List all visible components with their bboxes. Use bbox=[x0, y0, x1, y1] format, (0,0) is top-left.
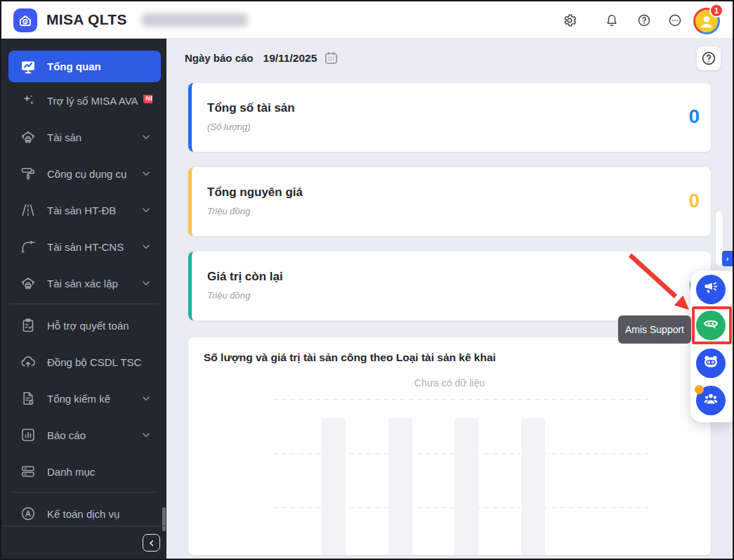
kpi-card-original-cost: Tổng nguyên giá Triệu đồng 0 bbox=[188, 167, 711, 236]
chevron-right-icon[interactable]: › bbox=[722, 251, 733, 266]
content-help-button[interactable] bbox=[697, 46, 721, 70]
people-group-icon bbox=[702, 391, 719, 410]
sidebar-item-label: Công cụ dụng cụ bbox=[47, 168, 140, 180]
support-float-panel bbox=[690, 271, 733, 422]
kpi-subtitle: Triệu đồng bbox=[207, 290, 700, 301]
sidebar-item-label: Tài sản xác lập bbox=[47, 278, 140, 289]
sidebar-collapse-button[interactable] bbox=[143, 534, 160, 552]
megaphone-icon bbox=[702, 280, 719, 299]
report-date-label: Ngày báo cáo bbox=[185, 52, 254, 64]
sidebar-item-label: Đồng bộ CSDL TSC bbox=[47, 356, 152, 368]
sidebar-item-label: Tài sản HT-ĐB bbox=[47, 204, 140, 216]
chart-placeholder-bar bbox=[322, 418, 346, 555]
sidebar-item-tong-kiem-ke[interactable]: Tổng kiểm kê bbox=[1, 380, 166, 417]
sidebar-divider bbox=[10, 304, 158, 304]
chart-title: Số lượng và giá trị tài sản công theo Lo… bbox=[204, 351, 496, 364]
sidebar-item-dong-bo-csdl-tsc[interactable]: Đồng bộ CSDL TSC bbox=[1, 344, 166, 380]
circle-a-icon bbox=[20, 505, 37, 522]
road-icon bbox=[20, 202, 37, 219]
chevron-down-icon bbox=[140, 429, 152, 441]
user-avatar[interactable]: 1 bbox=[693, 8, 720, 34]
sidebar-item-tai-san[interactable]: Tài sản bbox=[1, 119, 166, 155]
misa-qlts-logo-icon bbox=[13, 8, 37, 32]
report-date-row: Ngày báo cáo 19/11/2025 bbox=[185, 50, 339, 66]
chevron-down-icon bbox=[140, 131, 152, 143]
report-date-value: 19/11/2025 bbox=[263, 52, 317, 65]
chart-placeholder-bar bbox=[388, 418, 412, 555]
help-icon[interactable] bbox=[636, 13, 652, 28]
sidebar-item-tong-quan[interactable]: Tổng quan bbox=[8, 51, 161, 82]
kpi-card-remaining-value: Giá trị còn lại Triệu đồng 0 bbox=[188, 252, 711, 320]
sidebar-item-danh-muc[interactable]: Danh mục bbox=[1, 453, 166, 490]
panda-bot-icon bbox=[702, 353, 720, 374]
chevron-down-icon bbox=[140, 204, 152, 216]
main-content: Ngày báo cáo 19/11/2025 Tổng số tài sản … bbox=[166, 39, 733, 559]
kpi-subtitle: (Số lượng) bbox=[207, 122, 700, 132]
sidebar-item-tai-san-ht-db[interactable]: Tài sản HT-ĐB bbox=[1, 192, 166, 228]
bar-chart-icon bbox=[20, 426, 37, 443]
notification-count-badge: 1 bbox=[709, 4, 723, 18]
kpi-value: 0 bbox=[688, 190, 700, 212]
sidebar-item-label: Danh mục bbox=[47, 466, 152, 478]
app-title: MISA QLTS bbox=[46, 11, 127, 28]
kpi-card-total-assets: Tổng số tài sản (Số lượng) 0 bbox=[188, 83, 711, 152]
float-button-community[interactable] bbox=[696, 386, 726, 415]
chart-empty-text: Chưa có dữ liệu bbox=[188, 377, 711, 389]
kpi-subtitle: Triệu đồng bbox=[207, 206, 700, 216]
top-header: MISA QLTS 1 bbox=[1, 1, 733, 39]
settings-gear-icon[interactable] bbox=[562, 13, 577, 28]
sidebar-item-ho-tro-quyet-toan[interactable]: Hỗ trợ quyết toán bbox=[1, 307, 166, 344]
notifications-bell-icon[interactable] bbox=[604, 13, 620, 28]
house-car-icon bbox=[20, 275, 37, 292]
cloud-upload-icon bbox=[20, 353, 37, 370]
sidebar-item-label: Tổng quan bbox=[47, 60, 152, 72]
sidebar-menu: Tổng quanTrợ lý số MISA AVANEWTài sảnCôn… bbox=[1, 39, 166, 532]
document-check-icon bbox=[20, 390, 37, 407]
clipboard-check-icon bbox=[20, 317, 37, 334]
chevron-down-icon bbox=[140, 392, 152, 405]
monitor-chart-icon bbox=[20, 58, 37, 75]
sidebar-item-label: Tài sản bbox=[47, 131, 140, 143]
sidebar-divider bbox=[10, 492, 158, 493]
house-car-icon bbox=[20, 129, 37, 145]
chart-gridline bbox=[274, 399, 653, 400]
amis-support-tooltip: Amis Support bbox=[618, 315, 691, 344]
chevron-down-icon bbox=[140, 240, 152, 253]
chevron-down-icon bbox=[140, 277, 152, 289]
pipe-icon bbox=[20, 238, 37, 255]
kpi-title: Tổng nguyên giá bbox=[207, 185, 700, 200]
sidebar-item-label: Tài sản HT-CNS bbox=[47, 241, 140, 253]
sidebar-item-label: Báo cáo bbox=[47, 429, 140, 441]
more-options-icon[interactable] bbox=[667, 13, 683, 28]
sidebar-item-label: Trợ lý số MISA AVANEW bbox=[47, 95, 152, 107]
sidebar-item-tro-ly-so-misa-ava[interactable]: Trợ lý số MISA AVANEW bbox=[1, 82, 166, 119]
blurred-org-name bbox=[142, 13, 247, 27]
sidebar-item-tai-san-xac-lap[interactable]: Tài sản xác lập bbox=[1, 265, 166, 301]
sidebar: Tổng quanTrợ lý số MISA AVANEWTài sảnCôn… bbox=[1, 39, 166, 559]
sidebar-item-bao-cao[interactable]: Báo cáo bbox=[1, 417, 166, 453]
app-window: MISA QLTS 1 Tổng quanTrợ lý số MISA AVAN… bbox=[0, 0, 734, 560]
report-date-picker[interactable]: 19/11/2025 bbox=[263, 50, 340, 66]
kpi-title: Giá trị còn lại bbox=[207, 270, 700, 284]
kpi-value: 0 bbox=[688, 105, 700, 128]
chart-placeholder-bar bbox=[454, 418, 478, 555]
float-button-announcements[interactable] bbox=[696, 275, 726, 304]
chevron-down-icon bbox=[140, 167, 152, 180]
sidebar-item-label: Kế toán dịch vụ bbox=[47, 508, 152, 520]
float-button-misa-ava-bot[interactable] bbox=[696, 349, 726, 378]
sidebar-footer bbox=[1, 526, 166, 559]
sidebar-item-cong-cu-dung-cu[interactable]: Công cụ dụng cụ bbox=[1, 155, 166, 192]
calendar-icon bbox=[323, 50, 339, 66]
sidebar-item-label: Hỗ trợ quyết toán bbox=[47, 320, 152, 332]
sparkles-icon bbox=[20, 92, 37, 109]
new-badge: NEW bbox=[143, 95, 152, 103]
sidebar-item-tai-san-ht-cns[interactable]: Tài sản HT-CNS bbox=[1, 228, 166, 265]
sidebar-item-label: Tổng kiểm kê bbox=[47, 393, 140, 405]
notification-dot bbox=[695, 385, 704, 394]
kpi-title: Tổng số tài sản bbox=[207, 101, 700, 115]
paint-roller-icon bbox=[20, 165, 37, 182]
list-rows-icon bbox=[20, 463, 37, 480]
highlight-annotation bbox=[692, 306, 732, 344]
asset-chart-card: Số lượng và giá trị tài sản công theo Lo… bbox=[188, 337, 711, 555]
chart-placeholder-bar bbox=[521, 418, 545, 555]
